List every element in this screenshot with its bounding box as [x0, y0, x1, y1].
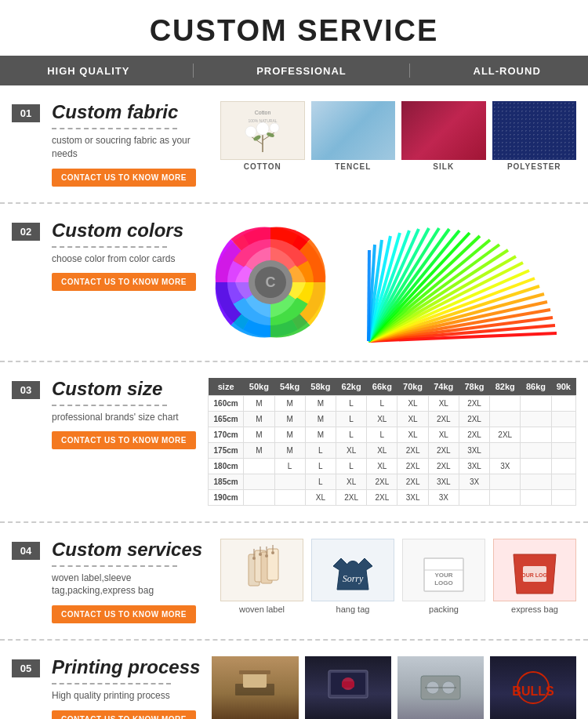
fabric-img-cotton: Cotton 100% NATURAL — [220, 101, 305, 160]
section-desc-04: woven label,sleeve tag,packing,express b… — [52, 572, 209, 598]
color-fan-svg — [341, 220, 576, 345]
section-right-05: screen printing digital direct injection — [212, 656, 576, 719]
svg-rect-68 — [342, 681, 354, 688]
fabric-img-tencel — [311, 101, 396, 160]
service-item-packing: YOUR LOGO packing — [402, 539, 485, 614]
service-label-woven: woven label — [220, 605, 303, 614]
fabric-item-polyester: POLYESTER — [492, 101, 577, 171]
fabric-label-cotton: COTTON — [220, 162, 305, 171]
printing-grid: screen printing digital direct injection — [212, 656, 576, 719]
section-desc-05: High quality printing process — [52, 689, 200, 703]
print-screen-img — [212, 656, 298, 719]
size-header-78: 78kg — [459, 378, 489, 396]
section-divider-01 — [52, 128, 177, 129]
svg-point-47 — [252, 557, 256, 560]
quality-item-2: PROFESSIONAL — [256, 65, 347, 77]
hangtag-svg: Sorry — [325, 543, 380, 597]
page-title: CUSTOM SERVICE — [8, 14, 580, 48]
table-row: 165cmMMMLXLXL2XL2XL — [209, 411, 576, 427]
section-number-02: 02 — [12, 223, 40, 241]
packing-svg: YOUR LOGO — [416, 543, 471, 597]
service-label-express: express bag — [493, 605, 576, 614]
quality-item-1: HIGH QUALITY — [47, 65, 129, 77]
contact-btn-05[interactable]: CONTACT US TO KNOW MORE — [52, 710, 196, 719]
section-left-02: Custom colors choose color from color ca… — [52, 220, 196, 292]
contact-btn-01[interactable]: CONTACT US TO KNOW MORE — [52, 169, 196, 187]
size-header-58: 58kg — [305, 378, 336, 396]
size-header-82: 82kg — [490, 378, 521, 396]
table-row: 180cmLLLXL2XL2XL3XL3X — [209, 458, 576, 474]
section-left-01: Custom fabric custom or soucring fabric … — [52, 101, 209, 187]
size-header-70: 70kg — [397, 378, 428, 396]
section-left-03: Custom size professional brands' size ch… — [52, 378, 196, 450]
size-header-86: 86kg — [521, 378, 551, 396]
services-grid: woven label Sorry hang tag — [220, 539, 576, 614]
section-divider-03 — [52, 405, 167, 406]
print-embroidery-img — [397, 656, 484, 719]
svg-text:LOGO: LOGO — [434, 579, 453, 586]
fabric-item-silk: SILK — [401, 101, 486, 171]
section-left-05: Printing process High quality printing p… — [52, 656, 200, 719]
svg-text:C: C — [266, 274, 276, 290]
section-right-03: size 50kg 54kg 58kg 62kg 66kg 70kg 74kg … — [208, 378, 576, 506]
fabric-label-tencel: TENCEL — [311, 162, 396, 171]
section-title-01: Custom fabric — [52, 101, 209, 123]
size-table: size 50kg 54kg 58kg 62kg 66kg 70kg 74kg … — [208, 378, 576, 506]
section-desc-01: custom or soucring fabric as your needs — [52, 134, 209, 161]
svg-text:Sorry: Sorry — [343, 573, 364, 584]
size-header-90: 90k — [551, 378, 575, 396]
express-bag-svg: YOUR LOGO — [507, 543, 562, 597]
svg-point-50 — [271, 551, 274, 554]
svg-line-42 — [368, 250, 369, 341]
svg-rect-64 — [239, 670, 270, 674]
cotton-svg: Cotton 100% NATURAL — [235, 105, 290, 156]
size-header-62: 62kg — [336, 378, 366, 396]
svg-point-6 — [245, 126, 256, 137]
svg-point-5 — [256, 122, 269, 135]
section-number-01: 01 — [12, 104, 40, 122]
printing-item-digital: digital direct injection — [305, 656, 391, 719]
printing-item-screen: screen printing — [212, 656, 298, 719]
section-left-04: Custom services woven label,sleeve tag,p… — [52, 539, 209, 624]
size-header-54: 54kg — [274, 378, 305, 396]
section-05: 05 Printing process High quality printin… — [0, 641, 588, 719]
section-divider-04 — [52, 565, 177, 567]
contact-btn-03[interactable]: CONTACT US TO KNOW MORE — [52, 431, 196, 449]
contact-btn-02[interactable]: CONTACT US TO KNOW MORE — [52, 273, 196, 291]
service-item-hangtag: Sorry hang tag — [311, 539, 394, 614]
table-row: 190cmXL2XL2XL3XL3X — [209, 489, 576, 505]
quality-bar: HIGH QUALITY PROFESSIONAL ALL-ROUND — [0, 56, 588, 85]
page-header: CUSTOM SERVICE — [0, 0, 588, 56]
fabric-images: Cotton 100% NATURAL — [220, 101, 576, 171]
service-item-woven: woven label — [220, 539, 303, 614]
table-row: 160cmMMMLLXLXL2XL — [209, 395, 576, 411]
section-desc-03: professional brands' size chart — [52, 411, 196, 424]
quality-divider-2 — [409, 64, 410, 78]
section-divider-02 — [52, 246, 167, 248]
print-heat-img: BULLS — [490, 656, 576, 719]
section-desc-02: choose color from color cards — [52, 252, 196, 266]
section-04: 04 Custom services woven label,sleeve ta… — [0, 523, 588, 641]
fabric-label-silk: SILK — [401, 162, 486, 171]
service-label-hangtag: hang tag — [311, 605, 394, 614]
express-bag-img: YOUR LOGO — [493, 539, 576, 601]
svg-text:Cotton: Cotton — [254, 110, 270, 115]
svg-text:YOUR: YOUR — [434, 572, 452, 579]
colors-container: C — [208, 220, 576, 345]
section-title-03: Custom size — [52, 378, 196, 400]
table-row: 175cmMMLXLXL2XL2XL3XL — [209, 442, 576, 458]
fabric-img-polyester — [492, 101, 577, 160]
packing-img: YOUR LOGO — [402, 539, 485, 601]
heat-transfer-svg: BULLS — [510, 664, 557, 711]
digital-print-svg — [325, 664, 372, 711]
size-header-50: 50kg — [244, 378, 274, 396]
color-wheel-svg: C — [208, 220, 333, 345]
contact-btn-04[interactable]: CONTACT US TO KNOW MORE — [52, 605, 196, 623]
service-label-packing: packing — [402, 605, 485, 614]
section-divider-05 — [52, 683, 171, 685]
section-number-05: 05 — [12, 659, 40, 677]
size-header-size: size — [209, 378, 244, 396]
size-table-container: size 50kg 54kg 58kg 62kg 66kg 70kg 74kg … — [208, 378, 576, 506]
hang-tag-img: Sorry — [311, 539, 394, 601]
fabric-item-tencel: TENCEL — [311, 101, 396, 171]
